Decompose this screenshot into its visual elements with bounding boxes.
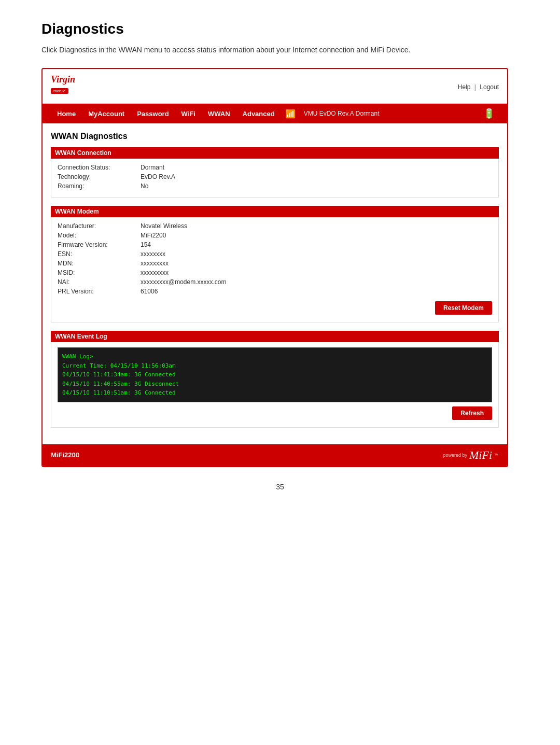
nav-bar: Home MyAccount Password WiFi WWAN Advanc… [43,104,507,123]
prl-label: PRL Version: [58,288,141,295]
powered-by-text: powered by [443,453,467,458]
reset-modem-button-row: Reset Modem [58,297,492,317]
event-log-text: WWAN Log>Current Time: 04/15/10 11:56:03… [62,353,179,396]
mobile-badge: mobile [51,88,68,94]
firmware-value: 154 [141,241,151,248]
msid-value: xxxxxxxxx [141,269,169,276]
mifi-brand-text: MiFi [469,448,492,462]
mdn-value: xxxxxxxxx [141,260,169,267]
connection-status-row: Connection Status: Dormant [58,164,492,171]
wwan-connection-body: Connection Status: Dormant Technology: E… [51,159,499,198]
refresh-button-row: Refresh [58,402,492,422]
help-link[interactable]: Help [458,83,471,91]
technology-label: Technology: [58,173,141,180]
header-separator: | [474,83,476,91]
esn-label: ESN: [58,250,141,258]
prl-value: 61006 [141,288,158,295]
wwan-connection-header: WWAN Connection [51,147,499,159]
model-row: Model: MiFi2200 [58,232,492,239]
roaming-label: Roaming: [58,182,141,190]
page-number: 35 [41,483,519,491]
footer-mifi-logo: powered by MiFi ™ [443,448,499,462]
nai-row: NAI: xxxxxxxxx@modem.xxxxx.com [58,278,492,286]
refresh-button[interactable]: Refresh [452,406,492,420]
mdn-row: MDN: xxxxxxxxx [58,260,492,267]
wwan-modem-section: WWAN Modem Manufacturer: Novatel Wireles… [51,206,499,322]
wwan-event-log-section: WWAN Event Log WWAN Log>Current Time: 04… [51,331,499,428]
msid-row: MSID: xxxxxxxxx [58,269,492,276]
prl-row: PRL Version: 61006 [58,288,492,295]
nai-value: xxxxxxxxx@modem.xxxxx.com [141,278,227,286]
main-content: WWAN Diagnostics WWAN Connection Connect… [43,123,507,444]
msid-label: MSID: [58,269,141,276]
device-header: Virgin mobile Help | Logout [43,69,507,104]
nav-wwan[interactable]: WWAN [202,106,236,122]
firmware-label: Firmware Version: [58,241,141,248]
virgin-text: Virgin [51,74,87,85]
logo-area: Virgin mobile [51,74,87,100]
battery-icon: 🔋 [479,104,499,123]
nav-myaccount[interactable]: MyAccount [82,106,131,122]
roaming-row: Roaming: No [58,182,492,190]
esn-row: ESN: xxxxxxxx [58,250,492,258]
wwan-modem-header: WWAN Modem [51,206,499,217]
firmware-row: Firmware Version: 154 [58,241,492,248]
signal-icon: 📶 [281,105,300,123]
mdn-label: MDN: [58,260,141,267]
wwan-diagnostics-title: WWAN Diagnostics [51,132,499,141]
wwan-connection-section: WWAN Connection Connection Status: Dorma… [51,147,499,198]
wwan-event-log-header: WWAN Event Log [51,331,499,342]
reset-modem-button[interactable]: Reset Modem [435,301,492,315]
nav-status-text: VMU EvDO Rev.A Dormant [300,106,384,121]
model-label: Model: [58,232,141,239]
manufacturer-value: Novatel Wireless [141,222,187,230]
nav-password[interactable]: Password [131,106,175,122]
technology-row: Technology: EvDO Rev.A [58,173,492,180]
page-description: Click Diagnostics in the WWAN menu to ac… [41,45,467,55]
nav-home[interactable]: Home [51,106,82,122]
wwan-modem-body: Manufacturer: Novatel Wireless Model: Mi… [51,217,499,322]
connection-status-label: Connection Status: [58,164,141,171]
header-links: Help | Logout [458,83,499,91]
event-log-content: WWAN Log>Current Time: 04/15/10 11:56:03… [58,347,492,402]
page-title: Diagnostics [41,21,519,37]
mifi-trademark: ™ [494,453,499,458]
manufacturer-label: Manufacturer: [58,222,141,230]
technology-value: EvDO Rev.A [141,173,175,180]
esn-value: xxxxxxxx [141,250,165,258]
model-value: MiFi2200 [141,232,166,239]
nai-label: NAI: [58,278,141,286]
nav-wifi[interactable]: WiFi [175,106,202,122]
logout-link[interactable]: Logout [480,83,499,91]
footer-device-name: MiFi2200 [51,451,79,459]
device-frame: Virgin mobile Help | Logout Home MyAccou… [41,68,508,467]
virgin-logo: Virgin mobile [51,74,87,100]
wwan-event-log-body: WWAN Log>Current Time: 04/15/10 11:56:03… [51,342,499,428]
nav-advanced[interactable]: Advanced [236,106,281,122]
device-footer: MiFi2200 powered by MiFi ™ [43,444,507,466]
connection-status-value: Dormant [141,164,164,171]
roaming-value: No [141,182,148,190]
manufacturer-row: Manufacturer: Novatel Wireless [58,222,492,230]
